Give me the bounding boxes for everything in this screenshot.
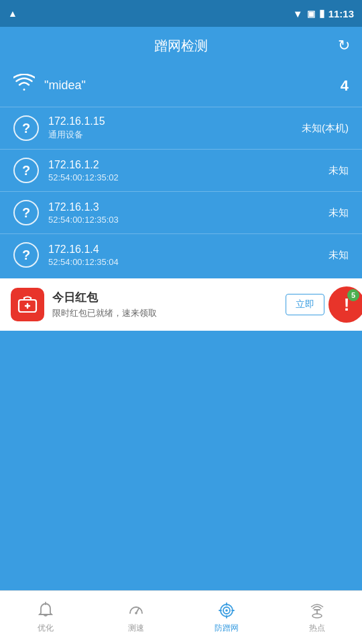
device-question-icon: ? bbox=[13, 200, 39, 225]
device-question-icon: ? bbox=[13, 158, 39, 183]
svg-point-8 bbox=[225, 609, 228, 612]
ad-badge-count: 5 bbox=[347, 289, 359, 301]
page-title: 蹭网检测 bbox=[154, 37, 208, 55]
device-mac: 52:54:00:12:35:02 bbox=[48, 172, 119, 182]
ad-text-wrap: 今日红包 限时红包已就绪，速来领取 bbox=[52, 290, 157, 319]
status-right: ▼ ▣ ▮ 11:13 bbox=[293, 7, 354, 19]
sim-icon: ▣ bbox=[307, 9, 315, 19]
ad-banner[interactable]: 今日红包 限时红包已就绪，速来领取 立即 ! 5 bbox=[0, 278, 362, 331]
network-info-row: "midea" 4 bbox=[0, 64, 362, 107]
device-info: 172.16.1.4 52:54:00:12:35:04 bbox=[48, 244, 119, 267]
device-info: 172.16.1.15 通用设备 bbox=[48, 115, 105, 141]
device-info: 172.16.1.2 52:54:00:12:35:02 bbox=[48, 159, 119, 182]
device-mac: 52:54:00:12:35:03 bbox=[48, 215, 119, 225]
time-display: 11:13 bbox=[328, 8, 354, 19]
device-count: 4 bbox=[341, 77, 349, 95]
refresh-button[interactable]: ↻ bbox=[338, 37, 350, 54]
device-row[interactable]: ? 172.16.1.15 通用设备 未知(本机) bbox=[0, 107, 362, 149]
nav-item-speedtest[interactable]: 测速 bbox=[90, 601, 181, 634]
device-ip: 172.16.1.15 bbox=[48, 115, 105, 127]
device-mac: 通用设备 bbox=[48, 129, 105, 141]
device-left: ? 172.16.1.15 通用设备 bbox=[13, 115, 105, 141]
wifi-icon bbox=[13, 74, 35, 97]
device-ip: 172.16.1.2 bbox=[48, 159, 119, 171]
device-list: ? 172.16.1.15 通用设备 未知(本机) ? 172.16.1.2 5… bbox=[0, 107, 362, 276]
nav-label-antileech: 防蹭网 bbox=[215, 623, 239, 634]
device-status: 未知 bbox=[328, 249, 349, 262]
device-left: ? 172.16.1.2 52:54:00:12:35:02 bbox=[13, 158, 119, 183]
status-bar: ▲ ▼ ▣ ▮ 11:13 bbox=[0, 0, 362, 27]
device-status: 未知(本机) bbox=[302, 122, 349, 135]
device-left: ? 172.16.1.3 52:54:00:12:35:03 bbox=[13, 200, 119, 225]
nav-label-speedtest: 测速 bbox=[128, 623, 144, 634]
ad-badge[interactable]: ! 5 bbox=[328, 286, 362, 323]
network-left: "midea" bbox=[13, 74, 86, 97]
device-left: ? 172.16.1.4 52:54:00:12:35:04 bbox=[13, 242, 119, 268]
hotspot-icon bbox=[308, 601, 326, 620]
content-area bbox=[0, 331, 362, 532]
ad-title: 今日红包 bbox=[52, 290, 157, 305]
nav-item-hotspot[interactable]: 热点 bbox=[272, 601, 362, 634]
device-status: 未知 bbox=[328, 164, 349, 177]
ad-button[interactable]: 立即 bbox=[286, 294, 324, 315]
nav-item-antileech[interactable]: 防蹭网 bbox=[181, 601, 272, 634]
signal-icon: ▼ bbox=[293, 8, 303, 19]
device-question-icon: ? bbox=[13, 242, 39, 268]
svg-point-5 bbox=[135, 612, 137, 614]
device-status: 未知 bbox=[328, 207, 349, 219]
speedometer-icon bbox=[127, 601, 145, 620]
header: 蹭网检测 ↻ bbox=[0, 27, 362, 64]
device-row[interactable]: ? 172.16.1.3 52:54:00:12:35:03 未知 bbox=[0, 192, 362, 233]
svg-point-13 bbox=[312, 614, 322, 618]
nav-label-optimize: 优化 bbox=[38, 623, 54, 634]
nav-label-hotspot: 热点 bbox=[309, 623, 325, 634]
target-icon bbox=[217, 601, 236, 620]
bell-icon bbox=[36, 601, 55, 620]
device-ip: 172.16.1.3 bbox=[48, 201, 119, 213]
battery-icon: ▮ bbox=[319, 7, 324, 19]
ad-icon bbox=[11, 288, 44, 321]
bottom-nav: 优化 测速 防蹭网 热点 bbox=[0, 590, 362, 644]
device-ip: 172.16.1.4 bbox=[48, 244, 119, 256]
device-info: 172.16.1.3 52:54:00:12:35:03 bbox=[48, 201, 119, 225]
status-left: ▲ bbox=[8, 8, 17, 19]
device-row[interactable]: ? 172.16.1.2 52:54:00:12:35:02 未知 bbox=[0, 150, 362, 191]
ad-left: 今日红包 限时红包已就绪，速来领取 bbox=[11, 288, 157, 321]
ssid-name: "midea" bbox=[44, 78, 86, 93]
device-question-icon: ? bbox=[13, 115, 39, 141]
wifi-status-icon: ▲ bbox=[8, 8, 17, 19]
device-mac: 52:54:00:12:35:04 bbox=[48, 257, 119, 267]
ad-desc: 限时红包已就绪，速来领取 bbox=[52, 307, 157, 319]
nav-item-optimize[interactable]: 优化 bbox=[0, 601, 90, 634]
device-row[interactable]: ? 172.16.1.4 52:54:00:12:35:04 未知 bbox=[0, 234, 362, 276]
